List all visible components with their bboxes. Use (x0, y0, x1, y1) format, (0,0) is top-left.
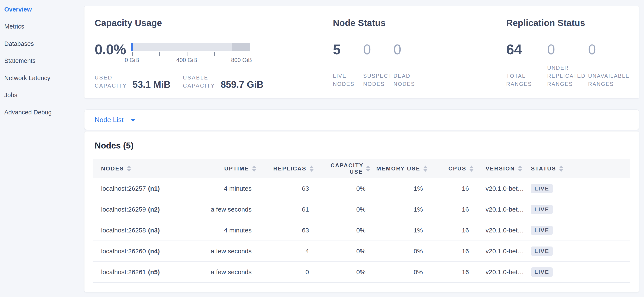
sidebar-item-jobs[interactable]: Jobs (0, 87, 79, 104)
sort-icon (127, 166, 131, 172)
stat-label: TOTALRANGES (506, 72, 547, 88)
table-row: localhost:26261(n5)a few seconds00%0%16v… (93, 262, 630, 283)
column-header-capacity_use[interactable]: CAPACITY USE (316, 162, 372, 175)
stat-label-line: USED (95, 73, 127, 82)
sidebar-item-network-latency[interactable]: Network Latency (0, 69, 79, 87)
sort-up-arrow (469, 166, 474, 168)
sidebar-item-advanced-debug[interactable]: Advanced Debug (0, 104, 79, 121)
stat-label: UNAVAILABLERANGES (588, 72, 629, 88)
capacity-usage-title: Capacity Usage (95, 18, 324, 28)
stat-value: 5 (333, 42, 363, 56)
status-cell: LIVE (526, 205, 630, 214)
status-cell: LIVE (526, 247, 630, 256)
sort-down-arrow (366, 169, 370, 172)
capacity-usage-section: Capacity Usage 0.0% 0 GiB400 GiB800 GiB … (95, 18, 333, 98)
stat-suspect-nodes: 0SUSPECTNODES (363, 42, 394, 88)
stat-label-line: NODES (394, 80, 424, 88)
sort-icon (310, 166, 314, 172)
capacity-usage-row: 0.0% 0 GiB400 GiB800 GiB (95, 42, 324, 64)
node-list-dropdown[interactable]: Node List (84, 109, 639, 130)
stat-unavailable-ranges: 0UNAVAILABLERANGES (588, 42, 629, 88)
node-status-title: Node Status (333, 18, 506, 28)
node-list-dropdown-label[interactable]: Node List (95, 116, 124, 124)
node-name-cell[interactable]: localhost:26257(n1) (93, 178, 207, 199)
node-id: (n5) (148, 269, 160, 276)
replicas-cell: 4 (258, 248, 316, 255)
status-badge: LIVE (531, 205, 553, 214)
node-name-cell[interactable]: localhost:26261(n5) (93, 262, 207, 282)
version-cell: v20.1.0-bet… (476, 269, 526, 276)
stat-label: USABLECAPACITY (183, 73, 215, 90)
stat-label-line: DEAD (394, 72, 424, 80)
sort-icon (518, 166, 522, 172)
sidebar-item-overview[interactable]: Overview (0, 1, 79, 18)
stat-value: 0 (363, 42, 394, 56)
sort-down-arrow (127, 169, 131, 172)
sort-icon (559, 166, 564, 172)
status-badge: LIVE (531, 184, 553, 193)
status-badge: LIVE (531, 267, 553, 277)
capacity-bar-other-segment (232, 43, 250, 51)
column-header-uptime[interactable]: UPTIME (207, 165, 258, 172)
node-id: (n3) (148, 227, 160, 234)
stat-label-line: NODES (333, 80, 363, 88)
capacity-stat-usable: USABLECAPACITY859.7 GiB (183, 73, 264, 90)
node-id: (n1) (148, 185, 160, 192)
cpus-cell: 16 (430, 269, 476, 276)
capacity-use-cell: 0% (316, 227, 372, 234)
column-header-memory_use[interactable]: MEMORY USE (372, 165, 430, 172)
sort-icon (366, 166, 370, 172)
chevron-down-icon (131, 119, 136, 122)
capacity-percent: 0.0% (95, 42, 131, 56)
stat-label: USEDCAPACITY (95, 73, 127, 90)
node-name-cell[interactable]: localhost:26258(n3) (93, 220, 207, 241)
column-header-nodes[interactable]: NODES (93, 165, 207, 172)
capacity-bar-chart: 0 GiB400 GiB800 GiB (131, 43, 250, 64)
sort-icon (469, 166, 474, 172)
memory-use-cell: 1% (372, 185, 430, 192)
sidebar-item-metrics[interactable]: Metrics (0, 18, 79, 35)
sidebar-item-databases[interactable]: Databases (0, 35, 79, 52)
table-row: localhost:26260(n4)a few seconds40%0%16v… (93, 241, 630, 262)
node-status-stats: 5LIVENODES0SUSPECTNODES0DEADNODES (333, 42, 506, 88)
node-host: localhost:26257 (101, 185, 146, 192)
sidebar: OverviewMetricsDatabasesStatementsNetwor… (0, 0, 79, 297)
sidebar-nav-list: OverviewMetricsDatabasesStatementsNetwor… (0, 1, 79, 121)
stat-label-line: RANGES (547, 80, 588, 88)
status-cell: LIVE (526, 184, 630, 193)
replication-status-section: Replication Status 64TOTALRANGES0UNDER-R… (506, 18, 630, 98)
nodes-table-header: NODESUPTIMEREPLICASCAPACITY USEMEMORY US… (93, 159, 630, 178)
status-cell: LIVE (526, 267, 630, 277)
axis-tick (242, 52, 242, 56)
node-name-cell[interactable]: localhost:26260(n4) (93, 241, 207, 262)
stat-total-ranges: 64TOTALRANGES (506, 42, 547, 88)
stat-dead-nodes: 0DEADNODES (394, 42, 424, 88)
status-cell: LIVE (526, 226, 630, 235)
sort-icon (423, 166, 428, 172)
node-host: localhost:26259 (101, 206, 146, 213)
cpus-cell: 16 (430, 206, 476, 213)
sort-down-arrow (469, 169, 474, 172)
cluster-summary-card: Capacity Usage 0.0% 0 GiB400 GiB800 GiB … (84, 6, 639, 98)
capacity-use-cell: 0% (316, 185, 372, 192)
column-header-status[interactable]: STATUS (526, 165, 630, 172)
replicas-cell: 63 (258, 227, 316, 234)
sort-down-arrow (310, 169, 314, 172)
version-cell: v20.1.0-bet… (476, 206, 526, 213)
sidebar-item-statements[interactable]: Statements (0, 52, 79, 70)
capacity-axis-ticks (131, 52, 250, 56)
column-header-version[interactable]: VERSION (476, 165, 526, 172)
node-host: localhost:26258 (101, 227, 146, 234)
uptime-cell: 4 minutes (207, 227, 258, 234)
capacity-stat-value: 859.7 GiB (221, 80, 264, 89)
node-host: localhost:26260 (101, 248, 146, 255)
column-header-replicas[interactable]: REPLICAS (258, 165, 316, 172)
version-cell: v20.1.0-bet… (476, 248, 526, 255)
stat-label-line: SUSPECT (363, 72, 394, 80)
column-header-label: REPLICAS (274, 165, 306, 172)
nodes-table-card: Nodes (5) NODESUPTIMEREPLICASCAPACITY US… (84, 131, 639, 292)
column-header-cpus[interactable]: CPUS (430, 165, 476, 172)
stat-label: UNDER-REPLICATEDRANGES (547, 64, 588, 88)
cpus-cell: 16 (430, 248, 476, 255)
node-name-cell[interactable]: localhost:26259(n2) (93, 199, 207, 220)
